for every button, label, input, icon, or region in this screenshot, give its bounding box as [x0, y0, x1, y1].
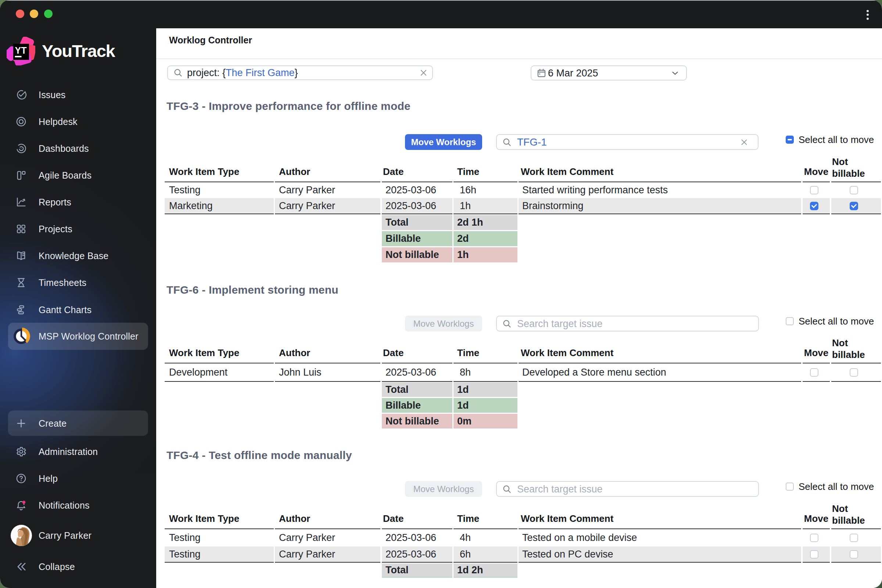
svg-text:YT: YT [15, 45, 27, 56]
